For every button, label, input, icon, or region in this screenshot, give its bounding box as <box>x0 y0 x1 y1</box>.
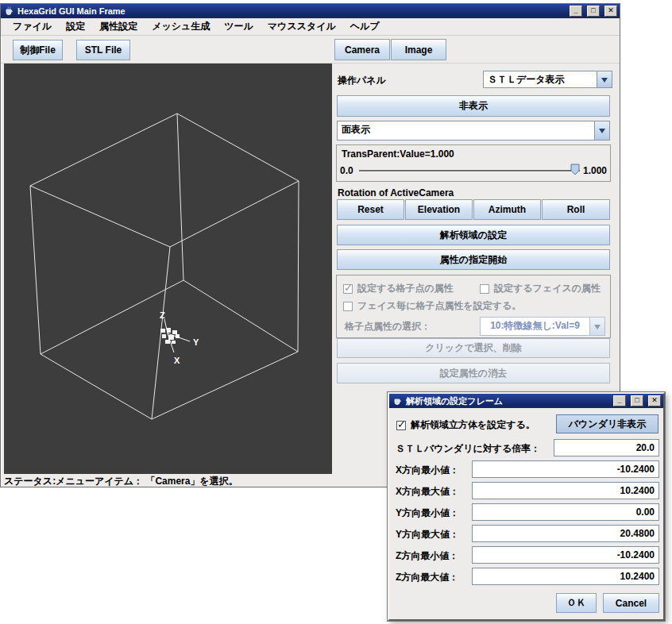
grid-attr-combo-value: 10:特徴線無し:Val=9 <box>481 318 589 335</box>
chevron-down-icon <box>589 318 604 335</box>
grid-attr-combo-label: 格子点属性の選択： <box>345 320 431 333</box>
minimize-icon[interactable]: _ <box>613 395 626 406</box>
image-tab-button[interactable]: Image <box>391 39 446 60</box>
attribute-groupbox: 設定する格子点の属性 設定するフェイスの属性 フェイス毎に格子点属性を設定する。… <box>336 275 611 338</box>
menu-item-settings[interactable]: 設定 <box>59 17 92 36</box>
close-icon[interactable]: ✕ <box>648 395 661 406</box>
y-min-label: Y方向最小値： <box>396 507 459 520</box>
minimize-icon[interactable]: _ <box>570 6 582 17</box>
camera-tab-button[interactable]: Camera <box>334 39 390 60</box>
analysis-region-dialog: 解析領域の設定フレーム _ □ ✕ 解析領域立方体を設定する。 バウンダリ非表示… <box>388 392 665 621</box>
azimuth-button[interactable]: Azimuth <box>473 199 541 220</box>
chevron-down-icon[interactable] <box>597 71 612 87</box>
analysis-cube-checkbox[interactable]: 解析領域立方体を設定する。 <box>396 418 535 432</box>
z-min-label: Z方向最小値： <box>396 549 458 563</box>
panel-mode-value: ＳＴＬデータ表示 <box>484 71 597 87</box>
z-min-field[interactable] <box>472 546 659 564</box>
transparency-panel: TransParent:Value=1.000 0.0 1.000 <box>336 144 611 182</box>
display-mode-value: 面表示 <box>338 121 594 140</box>
x-min-field[interactable] <box>472 460 659 478</box>
scale-label: ＳＴＬバウンダリに対する倍率： <box>396 442 540 456</box>
transparency-slider-thumb[interactable] <box>570 164 581 176</box>
checkbox-checked-icon[interactable] <box>396 421 406 430</box>
x-max-label: X方向最大値： <box>396 485 459 499</box>
axis-z-label: Z <box>160 310 165 320</box>
axis-x-label: X <box>174 356 180 365</box>
3d-viewport[interactable]: Z Y X <box>4 64 332 474</box>
reset-button[interactable]: Reset <box>337 199 404 220</box>
chevron-down-icon[interactable] <box>594 121 609 140</box>
close-icon[interactable]: ✕ <box>604 6 617 17</box>
display-mode-combobox[interactable]: 面表示 <box>337 121 610 141</box>
menu-item-file[interactable]: ファイル <box>6 17 59 36</box>
dialog-icon <box>392 395 403 406</box>
click-select-button: クリックで選択、削除 <box>337 338 610 358</box>
menu-item-mouse-style[interactable]: マウススタイル <box>261 17 343 36</box>
x-max-field[interactable] <box>472 482 659 499</box>
toolbar: 制御File STL File Camera Image <box>1 36 620 64</box>
boundary-hide-button[interactable]: バウンダリ非表示 <box>556 414 658 433</box>
menu-item-attribute-settings[interactable]: 属性設定 <box>92 17 145 36</box>
maximize-icon[interactable]: □ <box>631 395 643 406</box>
panel-mode-combobox[interactable]: ＳＴＬデータ表示 <box>483 71 612 88</box>
wireframe-cube: Z Y X <box>4 64 332 474</box>
maximize-icon[interactable]: □ <box>587 6 600 17</box>
dialog-titlebar[interactable]: 解析領域の設定フレーム _ □ ✕ <box>389 394 663 408</box>
scale-field[interactable] <box>554 439 659 456</box>
stl-file-button[interactable]: STL File <box>76 40 130 60</box>
checkbox-checked-icon <box>343 284 353 294</box>
checkbox-icon <box>480 284 489 294</box>
grid-attr-checkbox: 設定する格子点の属性 <box>343 282 454 295</box>
y-max-field[interactable] <box>472 525 659 542</box>
roll-button[interactable]: Roll <box>542 199 610 220</box>
analysis-region-button[interactable]: 解析領域の設定 <box>337 225 610 245</box>
face-grid-checkbox: フェイス毎に格子点属性を設定する。 <box>343 299 521 313</box>
y-max-label: Y方向最大値： <box>396 528 459 541</box>
window-title: HexaGrid GUI Main Frame <box>17 6 565 16</box>
z-max-field[interactable] <box>472 568 659 585</box>
menu-item-tools[interactable]: ツール <box>217 17 261 36</box>
hide-button[interactable]: 非表示 <box>337 95 610 117</box>
axis-y-label: Y <box>193 337 199 347</box>
y-min-field[interactable] <box>472 503 659 521</box>
grid-attr-combobox: 10:特徴線無し:Val=9 <box>480 317 605 336</box>
attribute-start-button[interactable]: 属性の指定開始 <box>337 249 610 270</box>
menu-item-mesh-generation[interactable]: メッシュ生成 <box>145 17 217 36</box>
transparency-slider-track[interactable] <box>359 170 580 171</box>
checkbox-icon <box>343 302 353 311</box>
dialog-title: 解析領域の設定フレーム <box>406 395 608 407</box>
elevation-button[interactable]: Elevation <box>405 199 473 220</box>
app-icon <box>3 6 14 17</box>
menu-item-help[interactable]: ヘルプ <box>343 17 387 36</box>
slider-min-label: 0.0 <box>340 165 353 176</box>
x-min-label: X方向最小値： <box>396 464 459 477</box>
panel-title: 操作パネル <box>338 74 386 87</box>
main-titlebar[interactable]: HexaGrid GUI Main Frame _ □ ✕ <box>1 4 620 18</box>
menubar: ファイル 設定 属性設定 メッシュ生成 ツール マウススタイル ヘルプ <box>1 18 620 36</box>
clear-attribute-button: 設定属性の消去 <box>337 363 610 383</box>
transparency-label: TransParent:Value=1.000 <box>342 148 454 160</box>
rotation-label: Rotation of ActiveCamera <box>338 187 454 198</box>
z-max-label: Z方向最大値： <box>396 571 458 584</box>
ok-button[interactable]: ＯＫ <box>556 593 597 613</box>
cancel-button[interactable]: Cancel <box>603 593 659 613</box>
face-attr-checkbox: 設定するフェイスの属性 <box>480 282 601 295</box>
control-file-button[interactable]: 制御File <box>13 40 63 60</box>
slider-max-label: 1.000 <box>583 165 607 176</box>
